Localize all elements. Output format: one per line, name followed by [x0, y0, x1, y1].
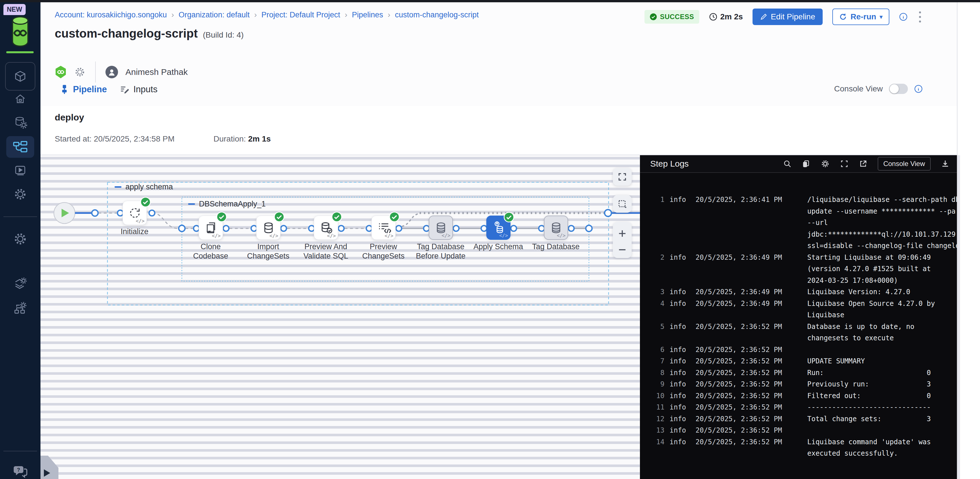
- cube-icon: [13, 69, 28, 84]
- pipeline-node-label: CloneCodebase: [182, 242, 239, 261]
- tab-bar: Pipeline Inputs Console View: [40, 73, 957, 108]
- pipeline-node-label: Tag Database: [527, 242, 584, 251]
- yaml-code-marker: </>: [212, 233, 221, 239]
- sidebar-item-module[interactable]: [5, 62, 35, 90]
- pipeline-node-label: Tag DatabaseBefore Update: [412, 242, 469, 261]
- help-chat-icon: ?: [13, 464, 28, 479]
- open-external-icon[interactable]: [859, 160, 867, 168]
- sidebar-item-settings-2[interactable]: [0, 232, 40, 246]
- pipeline-node-preview-changesets[interactable]: </>: [371, 216, 396, 240]
- expand-arrow-icon: [44, 469, 50, 477]
- pipeline-node-import-changesets[interactable]: </>: [256, 216, 280, 240]
- sidebar-item-hierarchy-settings[interactable]: [0, 301, 40, 316]
- layers-gear-icon: [13, 276, 27, 290]
- sidebar-item-help[interactable]: ?: [0, 464, 40, 479]
- info-icon[interactable]: [914, 84, 923, 93]
- caret-down-icon: ▾: [880, 13, 883, 20]
- sidebar-item-db-settings[interactable]: [0, 115, 40, 129]
- search-icon[interactable]: [783, 160, 792, 168]
- yaml-code-marker: </>: [136, 218, 145, 224]
- step-logs-body[interactable]: 1info20/5/2025, 2:36:41 PM/liquibase/liq…: [640, 173, 957, 479]
- log-line: jdbc:*************ql://10.101.37.129: [640, 229, 957, 240]
- breadcrumb-link[interactable]: custom-changelog-script: [395, 11, 479, 19]
- pipeline-graph-icon: [13, 141, 28, 153]
- log-line: 3info20/5/2025, 2:36:49 PMLiquibase Vers…: [640, 286, 957, 298]
- play-box-icon: [13, 163, 27, 177]
- sidebar-divider-1: [3, 216, 37, 217]
- browser-chrome-strip: [0, 0, 980, 2]
- canvas-fullscreen-button[interactable]: [613, 168, 632, 186]
- build-id: (Build Id: 4): [203, 30, 244, 40]
- pipeline-node-preview-and-validate-sql[interactable]: </>: [314, 216, 338, 240]
- sidebar-item-executions[interactable]: [0, 163, 40, 177]
- breadcrumb-link[interactable]: Project: Default Project: [261, 11, 340, 19]
- canvas-marquee-select-button[interactable]: [613, 195, 632, 213]
- log-line: 4info20/5/2025, 2:36:49 PMLiquibase Open…: [640, 298, 957, 309]
- log-line: changesets to execute: [640, 332, 957, 344]
- breadcrumb-link[interactable]: Organization: default: [179, 11, 250, 19]
- gear-icon: [13, 187, 27, 201]
- info-icon[interactable]: [899, 13, 908, 21]
- pipeline-node-apply-schema[interactable]: </>: [486, 216, 511, 240]
- sidebar-item-settings-1[interactable]: [0, 187, 40, 201]
- pipeline-canvas[interactable]: apply schema DBSchemaApply_1: [40, 155, 640, 479]
- step-logs-header: Step Logs Console View: [640, 155, 957, 173]
- pipeline-node-tag-database[interactable]: </>: [544, 216, 568, 240]
- clock-icon: [709, 13, 718, 21]
- pipeline-node-tag-database-before-update[interactable]: </>: [429, 216, 453, 240]
- breadcrumb-link[interactable]: Account: kurosakiichigo.songoku: [55, 11, 167, 19]
- database-devops-logo-icon[interactable]: [10, 15, 30, 47]
- rerun-button[interactable]: Re-run ▾: [832, 8, 889, 25]
- pipeline-node-clone-codebase[interactable]: </>: [199, 216, 223, 240]
- sidebar-item-pipelines-active[interactable]: [6, 136, 34, 158]
- success-check-icon: [216, 212, 227, 222]
- log-line: (version 4.27.0 #1525 built at: [640, 263, 957, 275]
- sidebar: NEW: [0, 2, 40, 479]
- log-settings-gear-icon[interactable]: [821, 159, 830, 168]
- step-logs-title: Step Logs: [650, 159, 689, 168]
- group-label-dbschemaapply[interactable]: DBSchemaApply_1: [188, 200, 266, 208]
- zoom-in-icon[interactable]: [617, 229, 627, 238]
- home-icon: [14, 92, 27, 105]
- stage-summary: deploy Started at: 20/5/2025, 2:34:58 PM…: [40, 106, 957, 155]
- success-check-icon: [331, 212, 342, 222]
- more-options-menu[interactable]: [917, 10, 923, 24]
- sidebar-item-layers-settings[interactable]: [0, 276, 40, 290]
- breadcrumb-separator: ›: [171, 10, 174, 19]
- header-actions: SUCCESS 2m 2s Edit Pipeline Re-run ▾: [644, 8, 923, 25]
- log-line: ssl=disable --changelog-file changelo: [640, 240, 957, 252]
- console-view-button[interactable]: Console View: [878, 157, 931, 171]
- expand-logs-icon[interactable]: [840, 160, 849, 168]
- yaml-code-marker: </>: [442, 233, 450, 238]
- sidebar-item-home[interactable]: [0, 92, 40, 105]
- total-duration: 2m 2s: [709, 12, 743, 21]
- app-root: NEW: [0, 0, 980, 479]
- page-scrollbar-gutter[interactable]: [957, 2, 980, 479]
- edit-pipeline-button[interactable]: Edit Pipeline: [752, 8, 822, 25]
- zoom-out-icon[interactable]: [617, 248, 627, 251]
- breadcrumb-separator: ›: [254, 10, 257, 19]
- collapse-icon: [188, 203, 195, 205]
- group-label-apply-schema[interactable]: apply schema: [115, 182, 173, 191]
- success-check-icon: [274, 212, 285, 222]
- pipeline-node-label: Preview AndValidate SQL: [297, 242, 354, 261]
- breadcrumb-separator: ›: [388, 10, 390, 19]
- log-line: --url: [640, 217, 957, 229]
- download-icon[interactable]: [941, 160, 950, 168]
- svg-text:?: ?: [17, 467, 20, 473]
- pipeline-node-initialize[interactable]: </>: [123, 201, 147, 225]
- breadcrumb-link[interactable]: Pipelines: [352, 11, 383, 19]
- tab-inputs[interactable]: Inputs: [120, 84, 158, 95]
- sidebar-divider-2: [3, 451, 37, 451]
- console-view-toggle[interactable]: [889, 84, 908, 94]
- yaml-code-marker: </>: [499, 233, 508, 238]
- pipeline-tab-icon: [60, 84, 69, 94]
- copy-icon[interactable]: [802, 160, 810, 168]
- pipeline-node-label: Initialize: [106, 227, 163, 236]
- tab-pipeline[interactable]: Pipeline: [60, 84, 107, 95]
- page-header: Account: kurosakiichigo.songoku›Organiza…: [40, 2, 957, 106]
- console-view-label: Console View: [834, 84, 883, 94]
- log-line: 9info20/5/2025, 2:36:52 PMPreviously run…: [640, 379, 957, 390]
- collapse-icon: [115, 186, 121, 188]
- inputs-tab-icon: [120, 84, 129, 94]
